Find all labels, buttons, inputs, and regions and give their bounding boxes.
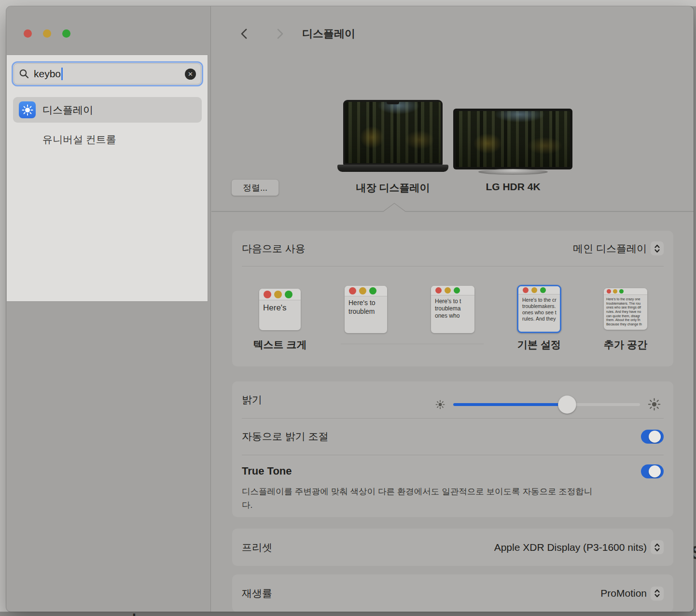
background-terminal-text: ssn-keygen xyxy=(100,611,185,616)
scaling-option-default-selected[interactable]: Here's to the cr troublemakers. ones who… xyxy=(517,285,561,333)
mini-zoom-icon xyxy=(285,291,292,298)
mini-zoom-icon xyxy=(540,287,546,293)
system-settings-window: keybo ✕ 디스플레이 xyxy=(6,6,694,612)
page-title: 디스플레이 xyxy=(302,27,355,41)
search-result-display[interactable]: 디스플레이 xyxy=(13,97,202,123)
preset-value: Apple XDR Display (P3-1600 nits) xyxy=(494,542,647,553)
brightness-slider-knob[interactable] xyxy=(558,395,576,414)
external-display-thumbnail[interactable] xyxy=(453,109,572,169)
refresh-rate-label: 재생률 xyxy=(242,587,272,600)
true-tone-row: True Tone xyxy=(232,459,673,484)
mini-close-icon xyxy=(523,287,529,293)
scaling-label-default: 기본 설정 xyxy=(501,338,578,351)
main-panel: 디스플레이 내장 디스플레이 LG HDR 4K 정렬... 다음으로 사용 메… xyxy=(211,6,694,612)
mini-zoom-icon xyxy=(454,287,460,294)
brightness-bright-icon xyxy=(648,398,661,411)
brightness-row: 밝기 xyxy=(232,381,673,418)
mini-close-icon xyxy=(264,291,271,298)
external-display-label: LG HDR 4K xyxy=(455,181,571,193)
true-tone-description: 디스플레이를 주변광에 맞춰 색상이 다른 환경에서도 일관적으로 보이도록 자… xyxy=(242,485,601,512)
updown-chevrons-icon xyxy=(654,588,661,598)
external-display-wallpaper xyxy=(456,111,570,167)
brightness-label: 밝기 xyxy=(242,393,262,406)
refresh-rate-card: 재생률 ProMotion xyxy=(232,574,673,612)
mini-window-text: Here's xyxy=(259,300,301,313)
scaling-option-more-space[interactable]: Here's to the crazy one troublemakers. T… xyxy=(604,288,647,330)
preset-label: 프리셋 xyxy=(242,541,272,554)
builtin-display-label: 내장 디스플레이 xyxy=(335,181,451,195)
mini-window-text: Here's to the crazy one troublemakers. T… xyxy=(604,295,647,326)
mini-minimize-icon xyxy=(613,289,617,294)
clear-search-button[interactable]: ✕ xyxy=(185,69,196,80)
mini-minimize-icon xyxy=(359,287,366,294)
refresh-rate-dropdown[interactable] xyxy=(651,587,664,601)
arrange-button[interactable]: 정렬... xyxy=(231,179,279,196)
mini-zoom-icon xyxy=(369,287,376,294)
mini-window-titlebar xyxy=(604,288,647,295)
mini-close-icon xyxy=(349,287,356,294)
brightness-card: 밝기 xyxy=(232,381,673,517)
updown-chevrons-icon xyxy=(654,244,661,253)
mini-minimize-icon xyxy=(445,287,451,294)
updown-chevrons-icon xyxy=(654,543,661,552)
scaling-group-divider xyxy=(341,344,484,344)
refresh-rate-value: ProMotion xyxy=(600,588,647,599)
mini-close-icon xyxy=(435,287,442,294)
text-cursor xyxy=(61,68,63,80)
toggle-knob xyxy=(649,431,661,443)
brightness-slider[interactable] xyxy=(453,403,640,406)
preset-row: 프리셋 Apple XDR Display (P3-1600 nits) xyxy=(232,529,673,566)
search-result-label: 디스플레이 xyxy=(42,103,93,117)
search-result-label: 유니버설 컨트롤 xyxy=(42,133,116,146)
auto-brightness-label: 자동으로 밝기 조절 xyxy=(242,430,329,443)
zoom-button[interactable] xyxy=(62,29,70,38)
scaling-option-larger-text[interactable]: Here's xyxy=(259,289,301,330)
mini-close-icon xyxy=(607,289,611,294)
mini-minimize-icon xyxy=(531,287,537,293)
search-results-panel: keybo ✕ 디스플레이 xyxy=(7,55,208,302)
scaling-label-more-space: 추가 공간 xyxy=(587,338,664,351)
selected-display-notch-divider xyxy=(211,202,694,212)
laptop-notch xyxy=(387,102,399,104)
use-as-label: 다음으로 사용 xyxy=(242,242,306,255)
search-icon xyxy=(19,69,29,79)
builtin-display-wallpaper xyxy=(345,102,441,163)
divider xyxy=(242,455,664,455)
main-header: 디스플레이 xyxy=(211,6,694,55)
back-button[interactable] xyxy=(238,28,251,40)
forward-button[interactable] xyxy=(273,28,286,40)
preset-dropdown[interactable] xyxy=(651,540,664,554)
auto-brightness-row: 자동으로 밝기 조절 xyxy=(232,418,673,455)
minimize-button[interactable] xyxy=(43,29,51,38)
mini-window-text: Here's to troublem xyxy=(345,296,387,316)
refresh-rate-row: 재생률 ProMotion xyxy=(232,574,673,612)
builtin-display-thumbnail[interactable] xyxy=(343,100,443,165)
mini-window-text: Here's to t troublema ones who xyxy=(431,295,474,320)
auto-brightness-toggle[interactable] xyxy=(641,430,664,444)
brightness-slider-fill xyxy=(453,403,567,406)
mini-zoom-icon xyxy=(619,289,624,294)
use-as-dropdown[interactable] xyxy=(651,241,664,255)
preset-card: 프리셋 Apple XDR Display (P3-1600 nits) xyxy=(232,529,673,566)
mini-window-text: Here's to the cr troublemakers. ones who… xyxy=(518,294,560,322)
display-brightness-icon xyxy=(19,101,36,118)
use-as-row: 다음으로 사용 메인 디스플레이 xyxy=(232,231,673,266)
true-tone-toggle[interactable] xyxy=(641,464,664,478)
close-button[interactable] xyxy=(24,29,32,38)
mini-window-titlebar xyxy=(259,289,301,300)
toggle-knob xyxy=(649,465,661,477)
search-input-value: keybo xyxy=(34,68,61,80)
mini-minimize-icon xyxy=(274,291,282,298)
true-tone-label: True Tone xyxy=(242,465,292,477)
sidebar: keybo ✕ 디스플레이 xyxy=(6,6,211,612)
mini-window-titlebar xyxy=(431,286,474,295)
scaling-option-2[interactable]: Here's to troublem xyxy=(345,286,387,333)
search-result-universal-control[interactable]: 유니버설 컨트롤 xyxy=(19,130,202,149)
mini-window-titlebar xyxy=(518,286,560,294)
resolution-card: 다음으로 사용 메인 디스플레이 Here's Here's to troubl… xyxy=(232,231,673,366)
mini-window-titlebar xyxy=(345,286,387,296)
scaling-option-3[interactable]: Here's to t troublema ones who xyxy=(431,286,474,333)
laptop-base xyxy=(337,165,448,172)
search-input[interactable]: keybo ✕ xyxy=(12,61,203,86)
use-as-value: 메인 디스플레이 xyxy=(573,242,647,255)
